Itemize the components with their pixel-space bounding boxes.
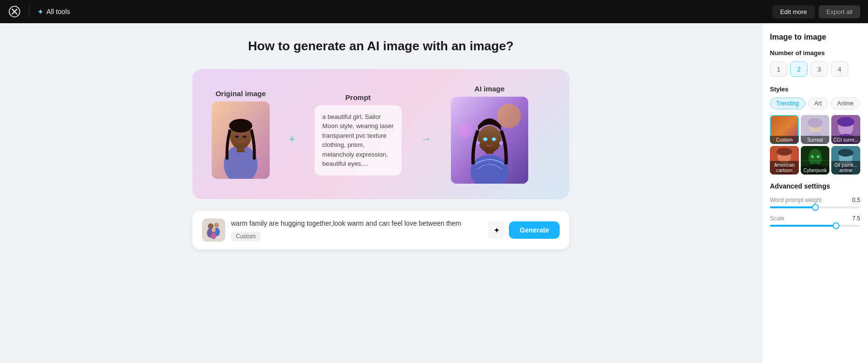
svg-point-21 [499,141,503,145]
plus-icon: + [289,133,295,145]
styles-label: Styles [770,86,860,93]
input-actions: ✦ Generate [488,221,560,239]
advanced-settings-label: Advanced settings [770,182,860,190]
num-images-label: Number of images [770,49,860,57]
style-tab-trending[interactable]: Trending [770,98,805,109]
content-area: How to generate an AI image with an imag… [0,23,762,363]
ai-person-illustration [451,97,528,184]
word-prompt-weight-slider: Word prompt weight 0.5 [770,197,860,208]
original-label: Original image [216,89,266,98]
svg-point-9 [242,134,247,136]
svg-point-27 [212,228,216,232]
svg-point-31 [808,118,823,128]
ai-label: AI image [475,85,505,93]
style-custom-label: Custom [770,136,799,144]
style-tabs: Trending Art Anime [770,98,860,109]
magic-icon: ✦ [493,226,500,235]
input-text-area: warm family are hugging together,look wa… [231,219,482,241]
nav-divider [29,6,29,17]
svg-point-20 [476,141,480,145]
style-tab-art[interactable]: Art [808,98,828,109]
svg-point-45 [838,149,854,157]
style-oil[interactable]: Oil painti... anime [831,146,860,175]
svg-point-25 [214,223,219,228]
style-cgi-label: CGI surre... [831,136,860,144]
svg-point-18 [484,138,486,140]
original-image[interactable] [212,102,270,179]
arrow-icon: → [421,133,432,145]
original-person-illustration [212,102,270,179]
scale-fill [770,225,836,227]
input-area: warm family are hugging together,look wa… [192,211,569,249]
num-1-button[interactable]: 1 [770,61,787,77]
right-panel: Image to image Number of images 1 2 3 4 … [762,23,868,363]
svg-point-39 [809,149,822,166]
style-oil-label: Oil painti... anime [831,161,860,174]
style-grid: Custom Surreal [770,115,860,174]
word-prompt-weight-fill [770,206,815,208]
svg-point-5 [229,119,252,132]
svg-point-37 [777,148,792,156]
style-surreal[interactable]: Surreal [801,115,830,144]
style-cyberpunk-label: Cyberpunk [801,166,830,174]
ai-image[interactable] [451,97,528,184]
page-title: How to generate an AI image with an imag… [19,39,742,54]
generate-button[interactable]: Generate [509,221,560,239]
word-prompt-weight-value: 0.5 [852,197,860,203]
svg-point-41 [811,155,814,158]
style-cyberpunk[interactable]: Cyberpunk [801,146,830,175]
style-american[interactable]: American cartoon [770,146,799,175]
top-nav: ✦ All tools Edit more Export all [0,0,868,23]
svg-point-15 [478,126,501,153]
magic-enhance-button[interactable]: ✦ [488,221,505,239]
svg-point-19 [493,138,495,140]
num-2-button[interactable]: 2 [790,61,808,77]
num-images-selector: 1 2 3 4 [770,61,860,77]
demo-card: Original image [192,69,569,199]
all-tools-nav[interactable]: ✦ All tools [37,7,70,16]
prompt-label: Prompt [346,93,371,102]
prompt-section: Prompt a beautiful girl, Sailor Moon sty… [315,93,402,175]
original-image-section: Original image [212,89,270,179]
svg-point-28 [211,232,216,239]
ai-image-section: AI image [451,85,528,184]
prompt-text: a beautiful girl, Sailor Moon style, wea… [315,105,402,175]
word-prompt-weight-thumb[interactable] [812,204,819,211]
thumbnail-image [202,218,225,242]
svg-point-11 [497,104,521,128]
scale-thumb[interactable] [833,222,839,229]
svg-point-34 [837,117,854,127]
scale-label: Scale [770,215,784,222]
all-tools-label: All tools [46,8,70,15]
brand-logo[interactable] [8,5,21,18]
svg-point-42 [816,155,819,158]
word-prompt-weight-label: Word prompt weight [770,197,822,203]
svg-point-8 [234,134,239,136]
num-4-button[interactable]: 4 [831,61,848,77]
scale-slider: Scale 7.5 [770,215,860,227]
word-prompt-weight-track[interactable] [770,206,860,208]
scale-track[interactable] [770,225,860,227]
input-style-tag[interactable]: Custom [231,232,260,241]
nav-actions: Edit more Export all [772,5,860,18]
style-surreal-label: Surreal [801,136,830,144]
export-all-button[interactable]: Export all [819,5,860,18]
style-cgi[interactable]: CGI surre... [831,115,860,144]
edit-more-button[interactable]: Edit more [772,5,815,18]
svg-point-12 [458,123,473,138]
input-prompt-text: warm family are hugging together,look wa… [231,219,482,229]
slider-header-word: Word prompt weight 0.5 [770,197,860,203]
style-tab-anime[interactable]: Anime [831,98,860,109]
style-american-label: American cartoon [770,161,799,174]
scale-value: 7.5 [852,215,860,222]
style-custom[interactable]: Custom [770,115,799,144]
panel-title: Image to image [770,33,860,42]
main-layout: How to generate an AI image with an imag… [0,23,868,363]
tools-icon: ✦ [37,7,43,16]
slider-header-scale: Scale 7.5 [770,215,860,222]
num-3-button[interactable]: 3 [810,61,828,77]
input-thumbnail[interactable] [202,218,225,242]
